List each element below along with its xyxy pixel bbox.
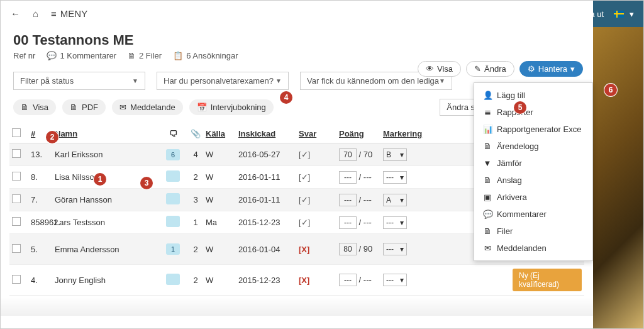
ref-label: Ref nr bbox=[13, 51, 35, 60]
row-checkbox[interactable] bbox=[12, 244, 21, 253]
menu-messages[interactable]: ✉Meddelanden bbox=[474, 240, 592, 257]
callout-6: 6 bbox=[604, 84, 617, 96]
mark-select[interactable]: --- ▾ bbox=[383, 216, 407, 229]
comment-bubble[interactable] bbox=[166, 274, 180, 285]
row-checkbox[interactable] bbox=[12, 149, 21, 158]
archive-icon: ▣ bbox=[483, 192, 492, 202]
col-mark[interactable]: Markering bbox=[383, 129, 443, 138]
row-checkbox[interactable] bbox=[12, 275, 21, 284]
score-input[interactable]: --- bbox=[339, 216, 357, 229]
comment-bubble[interactable]: 6 bbox=[166, 149, 180, 160]
interview-booking-button[interactable]: 📅Intervjubokning bbox=[189, 99, 274, 115]
row-name[interactable]: Emma Andersson bbox=[55, 245, 160, 254]
caret-down-icon: ▾ bbox=[400, 276, 404, 284]
bulk-pdf-button[interactable]: 🗎PDF bbox=[62, 99, 106, 115]
hamburger-icon: ≡ bbox=[51, 8, 57, 19]
menu-report-generator[interactable]: 📊Rapportgenerator Exce bbox=[474, 121, 592, 138]
score-input[interactable]: 80 bbox=[339, 243, 357, 255]
files-meta[interactable]: 🗎2 Filer bbox=[128, 51, 162, 60]
view-button[interactable]: 👁Visa bbox=[418, 61, 461, 77]
page-header: 00 Testannons ME bbox=[1, 26, 593, 50]
edit-button[interactable]: ✎Ändra bbox=[466, 61, 514, 77]
comment-bubble[interactable] bbox=[166, 170, 180, 182]
mark-select[interactable]: B ▾ bbox=[383, 148, 407, 161]
row-date: 2015-12-23 bbox=[238, 218, 299, 227]
row-number: 7. bbox=[31, 195, 55, 204]
row-answer: [X] bbox=[299, 276, 339, 285]
clipboard-icon: 📋 bbox=[173, 51, 183, 60]
row-checkbox[interactable] bbox=[12, 217, 21, 226]
col-submitted[interactable]: Inskickad bbox=[238, 129, 299, 138]
caret-down-icon: ▾ bbox=[400, 245, 404, 254]
row-name[interactable]: Jonny English bbox=[55, 276, 160, 285]
mark-select[interactable]: --- ▾ bbox=[383, 243, 407, 255]
menu-post[interactable]: 🗎Anslag bbox=[474, 172, 592, 189]
menu-compare[interactable]: ▼Jämför bbox=[474, 155, 592, 172]
comment-bubble[interactable] bbox=[166, 193, 180, 204]
gear-icon: ⚙ bbox=[528, 64, 535, 74]
score-input[interactable]: --- bbox=[339, 194, 357, 206]
manage-button[interactable]: ⚙Hantera ▾ bbox=[519, 61, 583, 77]
col-score[interactable]: Poäng bbox=[339, 129, 383, 138]
row-source: W bbox=[206, 150, 238, 159]
bulk-view-button[interactable]: 🗎Visa bbox=[13, 99, 56, 115]
col-comments-icon[interactable]: 🗨 bbox=[160, 129, 186, 138]
col-name[interactable]: Namn bbox=[55, 129, 160, 138]
menu-comments[interactable]: 💬Kommentarer bbox=[474, 206, 592, 223]
caret-down-icon: ▾ bbox=[627, 9, 636, 19]
pencil-icon: ✎ bbox=[474, 64, 481, 74]
score-input[interactable]: 70 bbox=[339, 148, 357, 161]
bulk-message-button[interactable]: ✉Meddelande bbox=[112, 99, 183, 115]
back-button[interactable]: ← bbox=[11, 8, 20, 19]
row-name[interactable]: Göran Hansson bbox=[55, 195, 160, 204]
language-menu[interactable]: ▾ bbox=[614, 9, 636, 19]
callout-4: 4 bbox=[280, 91, 292, 104]
bottom-shadow bbox=[1, 297, 593, 316]
menu-files[interactable]: 🗎Filer bbox=[474, 223, 592, 240]
row-name[interactable]: Lars Testsson bbox=[55, 218, 160, 227]
row-date: 2016-01-04 bbox=[238, 245, 299, 254]
status-filter[interactable]: Filter på status▼ bbox=[13, 72, 145, 90]
menu-button[interactable]: ≡ MENY bbox=[51, 8, 87, 19]
doc-icon: 🗎 bbox=[483, 176, 492, 185]
row-checkbox[interactable] bbox=[12, 172, 21, 181]
menu-reports[interactable]: ≣Rapporter bbox=[474, 104, 592, 121]
mark-select[interactable]: A ▾ bbox=[383, 194, 407, 206]
row-score: --- / --- bbox=[339, 194, 383, 206]
row-attachments: 2 bbox=[186, 276, 206, 285]
arrow-left-icon: ← bbox=[11, 8, 20, 19]
row-source: Ma bbox=[206, 218, 238, 227]
row-date: 2015-12-23 bbox=[238, 276, 299, 285]
row-attachments: 2 bbox=[186, 172, 206, 182]
mark-select[interactable]: --- ▾ bbox=[383, 274, 407, 286]
row-number: 8. bbox=[31, 172, 55, 182]
row-name[interactable]: Karl Eriksson bbox=[55, 150, 160, 159]
home-button[interactable]: ⌂ bbox=[33, 8, 38, 19]
question1-filter[interactable]: Har du personalvetarexamen?▼ bbox=[157, 72, 289, 90]
row-attachments: 1 bbox=[186, 218, 206, 227]
callout-3: 3 bbox=[140, 177, 153, 189]
caret-down-icon: ▾ bbox=[400, 196, 404, 204]
score-input[interactable]: --- bbox=[339, 171, 357, 184]
comments-meta[interactable]: 💬1 Kommentarer bbox=[47, 51, 116, 60]
table-row[interactable]: 4.Jonny English2W2015-12-23[X]--- / ----… bbox=[9, 265, 584, 296]
menu-case-log[interactable]: 🗎Ärendelogg bbox=[474, 138, 592, 155]
comment-bubble[interactable] bbox=[166, 216, 180, 227]
menu-add[interactable]: 👤Lägg till bbox=[474, 87, 592, 104]
menu-archive[interactable]: ▣Arkivera bbox=[474, 189, 592, 206]
comment-bubble[interactable]: 1 bbox=[166, 243, 180, 255]
col-attachments-icon[interactable]: 📎 bbox=[186, 129, 206, 138]
applications-meta[interactable]: 📋6 Ansökningar bbox=[173, 51, 238, 60]
select-all-checkbox[interactable] bbox=[12, 128, 21, 137]
eye-icon: 👁 bbox=[426, 64, 434, 74]
doc-icon: 🗎 bbox=[21, 103, 29, 112]
speech-icon: 💬 bbox=[483, 209, 492, 219]
row-source: W bbox=[206, 276, 238, 285]
col-answer[interactable]: Svar bbox=[299, 129, 339, 138]
mark-select[interactable]: --- ▾ bbox=[383, 171, 407, 184]
row-attachments: 2 bbox=[186, 245, 206, 254]
score-input[interactable]: --- bbox=[339, 274, 357, 286]
row-checkbox[interactable] bbox=[12, 194, 21, 203]
col-source[interactable]: Källa bbox=[206, 129, 238, 138]
row-answer: [✓] bbox=[299, 150, 339, 159]
